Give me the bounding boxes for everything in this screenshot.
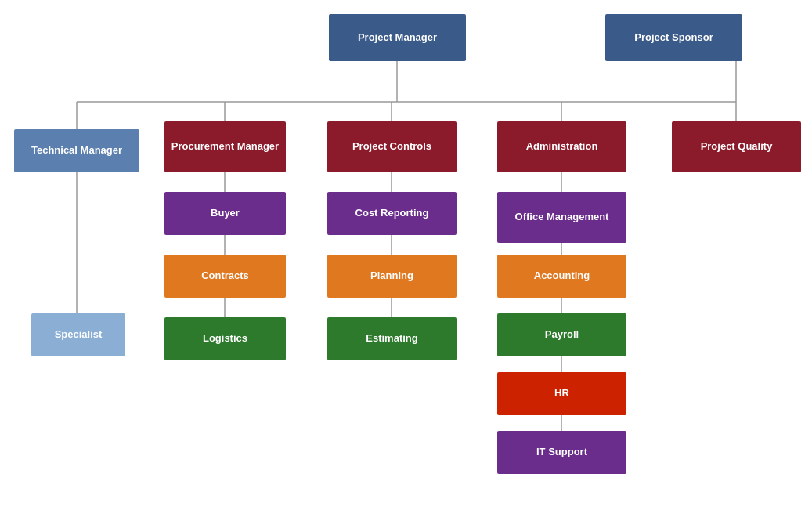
logistics-box: Logistics (164, 317, 286, 360)
buyer-box: Buyer (164, 192, 286, 235)
project-sponsor-box: Project Sponsor (605, 14, 742, 61)
office-management-box: Office Management (497, 192, 626, 243)
cost-reporting-box: Cost Reporting (327, 192, 457, 235)
estimating-box: Estimating (327, 317, 457, 360)
procurement-manager-box: Procurement Manager (164, 121, 286, 172)
contracts-box: Contracts (164, 255, 286, 298)
project-quality-box: Project Quality (672, 121, 801, 172)
specialist-box: Specialist (31, 313, 125, 356)
project-controls-box: Project Controls (327, 121, 457, 172)
administration-box: Administration (497, 121, 626, 172)
org-chart: Project ManagerProject SponsorTechnical … (0, 0, 812, 528)
project-manager-box: Project Manager (329, 14, 466, 61)
technical-manager-box: Technical Manager (14, 129, 139, 172)
accounting-box: Accounting (497, 255, 626, 298)
it-support-box: IT Support (497, 431, 626, 474)
hr-box: HR (497, 372, 626, 415)
payroll-box: Payroll (497, 313, 626, 356)
planning-box: Planning (327, 255, 457, 298)
